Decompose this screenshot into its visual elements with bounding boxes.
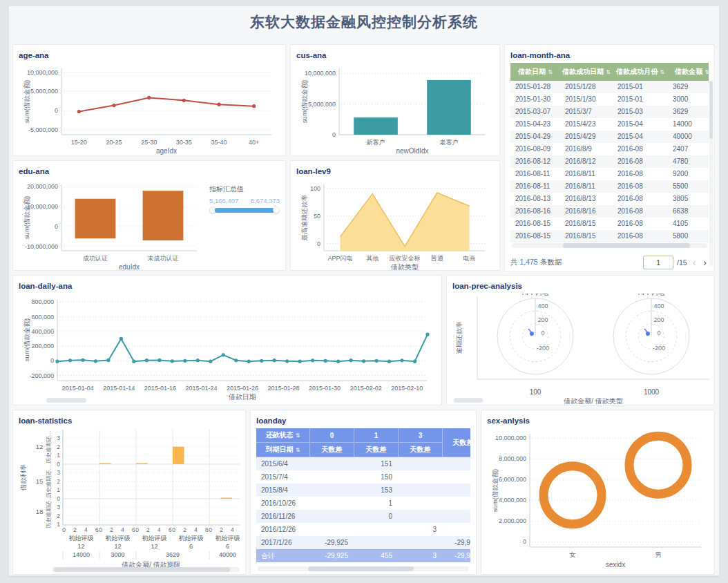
svg-text:0: 0 (523, 538, 526, 545)
panel-title-loan-month-ana: loan-month-ana (510, 50, 709, 63)
panel-loan-month-ana: loan-month-ana 借款日期⇅借款成功日期⇅借款成功月份⇅借款金额⇅2… (504, 44, 715, 272)
table-row: 2016-08-122016/8/122016-084780 (510, 155, 709, 168)
svg-text:sum(借款金额): sum(借款金额) (23, 318, 30, 361)
svg-text:12: 12 (114, 543, 121, 550)
panel-age-ana: age-ana 10,000,0005,000,0000-5,000,00015… (12, 44, 286, 156)
loanday-table: 还款状态⇅到期日期⇅0天数差1天数差3天数差天数差2015/6/41512015… (256, 428, 470, 562)
svg-text:400,000: 400,000 (31, 328, 54, 335)
svg-text:APP闪电: APP闪电 (327, 255, 352, 262)
column-header[interactable]: 借款金额⇅ (668, 63, 709, 81)
loan-statistics-chart[interactable]: 借款利率12历史逾期还…321015历史逾期还…321018历史逾期还…3210… (19, 428, 240, 573)
svg-text:初始评级: 初始评级 (69, 535, 94, 542)
next-page-button[interactable]: › (701, 258, 709, 267)
slider-right-handle[interactable] (273, 207, 280, 213)
svg-text:800,000: 800,000 (31, 298, 54, 305)
slider-bar[interactable] (215, 208, 274, 213)
svg-text:6: 6 (189, 543, 193, 550)
svg-text:4: 4 (231, 526, 234, 533)
svg-text:2015-01-16: 2015-01-16 (144, 385, 176, 392)
svg-text:30-35: 30-35 (176, 139, 192, 146)
svg-text:最高逾期还款率: 最高逾期还款率 (300, 194, 308, 241)
svg-text:0: 0 (209, 526, 212, 533)
svg-text:15-20: 15-20 (71, 139, 87, 146)
loan-prec-analysis-chart[interactable]: 逾期还款率APP闪电4002000-200100APP闪电4002000-200… (452, 294, 709, 405)
column-header[interactable]: 借款成功日期⇅ (560, 63, 613, 81)
total-count-value: 1,475 (519, 258, 537, 266)
age-ana-chart[interactable]: 10,000,0005,000,0000-5,000,00015-2020-25… (19, 63, 280, 156)
svg-text:sexidx: sexidx (606, 561, 625, 568)
svg-text:2015-02-02: 2015-02-02 (350, 385, 382, 392)
column-header[interactable]: 借款成功月份⇅ (613, 63, 668, 81)
svg-text:400: 400 (537, 303, 548, 309)
svg-text:sum(借款金额): sum(借款金额) (300, 80, 308, 123)
svg-text:2: 2 (146, 526, 150, 533)
horizontal-scrollbar[interactable] (52, 567, 240, 572)
sex-anlysis-chart[interactable]: 10,000,0008,000,0006,000,0004,000,0002,0… (487, 428, 709, 572)
sort-icon[interactable]: ⇅ (296, 447, 300, 453)
svg-text:20,000,000: 20,000,000 (27, 183, 58, 190)
table-row: 2015/6/4151 (256, 457, 470, 470)
horizontal-scrollbar[interactable] (512, 243, 707, 248)
metric-range-slider[interactable] (209, 207, 280, 213)
page-input[interactable] (643, 256, 673, 269)
table-row: 2016-08-112016/8/112016-089200 (510, 168, 709, 180)
column-header[interactable]: 借款日期⇅ (510, 63, 560, 81)
svg-text:2: 2 (110, 526, 113, 533)
sort-icon[interactable]: ⇅ (660, 69, 664, 75)
column-header[interactable]: 还款状态⇅ (256, 428, 310, 443)
sort-icon[interactable]: ⇅ (548, 69, 553, 75)
svg-text:400: 400 (653, 303, 664, 309)
svg-text:借款利率: 借款利率 (19, 464, 27, 492)
svg-text:3: 3 (57, 504, 60, 510)
svg-text:2015-01-14: 2015-01-14 (103, 385, 135, 392)
loan-lev9-chart[interactable]: 100500APP闪电其他应收安全标普通电商借款类型最高逾期还款率 (296, 179, 494, 271)
panel-title-sex-anlysis: sex-anlysis (487, 416, 709, 428)
column-header[interactable]: 到期日期⇅ (256, 443, 310, 457)
vertical-scrollbar[interactable] (709, 81, 713, 266)
svg-text:0: 0 (50, 357, 54, 364)
sort-icon[interactable]: ⇅ (296, 432, 300, 439)
table-row: 2016-08-132016/8/132016-083805 (510, 193, 709, 205)
sort-icon[interactable]: ⇅ (606, 69, 611, 75)
panel-title-age-ana: age-ana (19, 50, 280, 63)
svg-text:2: 2 (73, 526, 77, 533)
svg-text:2015-01-26: 2015-01-26 (227, 385, 258, 392)
table-row: 2015-04-232015/4/232015-0414000 (510, 118, 709, 131)
svg-text:10,000,000: 10,000,000 (27, 203, 58, 210)
svg-text:20-25: 20-25 (106, 139, 122, 146)
svg-text:6: 6 (169, 526, 172, 533)
loan-daily-ana-chart[interactable]: 800,000600,000400,000200,0000-200,000201… (19, 294, 436, 404)
svg-text:2: 2 (57, 513, 60, 519)
svg-text:6: 6 (205, 526, 209, 533)
svg-text:1000: 1000 (644, 388, 660, 396)
svg-text:14000: 14000 (73, 551, 90, 558)
horizontal-scrollbar[interactable] (454, 398, 521, 403)
svg-text:2: 2 (57, 443, 60, 450)
svg-text:2: 2 (183, 526, 186, 533)
svg-text:0: 0 (57, 461, 60, 468)
table-row: 2016-08-092016/8/92016-082407 (510, 143, 709, 155)
panel-edu-ana: edu-ana 20,000,00010,000,0000-10,000,000… (12, 160, 286, 271)
table-row: 2016-08-152016/8/152016-084105 (510, 218, 709, 230)
cus-ana-chart[interactable]: 10,000,0005,000,0000新客户老客户newOldIdxsum(借… (296, 63, 494, 156)
table-row: 2015-04-292015/4/292015-0440000 (510, 131, 709, 143)
prev-page-button[interactable]: ‹ (691, 258, 698, 267)
svg-text:4: 4 (194, 526, 198, 533)
svg-text:200: 200 (653, 316, 664, 323)
svg-text:0: 0 (332, 131, 336, 138)
svg-text:sum(借款金额): sum(借款金额) (23, 196, 30, 239)
horizontal-scrollbar[interactable] (46, 398, 433, 403)
panel-loan-lev9: loan-lev9 100500APP闪电其他应收安全标普通电商借款类型最高逾期… (290, 160, 500, 271)
panel-title-edu-ana: edu-ana (19, 166, 280, 179)
panel-sex-anlysis: sex-anlysis 10,000,0008,000,0006,000,000… (481, 410, 715, 575)
loan-month-table: 借款日期⇅借款成功日期⇅借款成功月份⇅借款金额⇅2015-01-282015/1… (510, 63, 709, 248)
svg-text:12: 12 (36, 443, 44, 450)
table-total-row: 合计-29,9254553-29,925 (256, 549, 470, 562)
table-row: 2015-01-282015/1/282015-013629 (510, 81, 709, 93)
table-row: 2015/8/4153 (256, 484, 470, 497)
sort-icon[interactable]: ⇅ (705, 69, 709, 75)
total-count-label: 共 1,475 条数据 (510, 258, 562, 267)
table-row: 2016-08-112016/8/112016-085500 (510, 180, 709, 193)
horizontal-scrollbar[interactable] (258, 566, 469, 571)
table-row: 2016-08-162016/8/162016-086638 (510, 205, 709, 218)
